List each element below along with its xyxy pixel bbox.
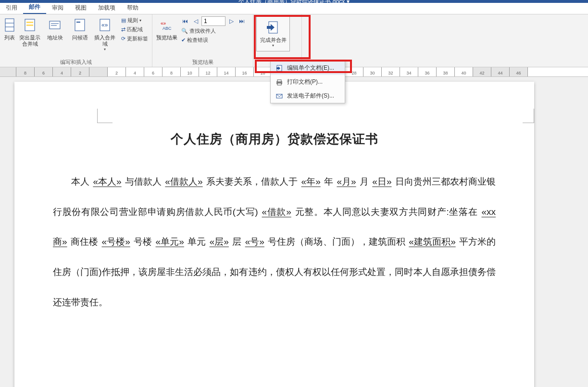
printer-icon — [275, 78, 283, 86]
btn-address-label: 地址块 — [47, 35, 63, 41]
document-title: 个人住房（商用房）贷款偿还保证书 — [53, 131, 496, 148]
svg-text:«»: «» — [161, 21, 166, 26]
svg-rect-9 — [75, 19, 85, 31]
tab-mail[interactable]: 邮件 — [23, 1, 46, 14]
btn-check-errors[interactable]: ✔ 检查错误 — [180, 36, 247, 44]
first-record-button[interactable]: ⏮ — [180, 16, 190, 26]
menu-send-email-label: 发送电子邮件(S)... — [287, 92, 334, 100]
merge-field-number[interactable]: «号» — [244, 237, 265, 247]
edit-doc-icon — [275, 64, 283, 72]
merge-field-self[interactable]: «本人» — [92, 176, 122, 187]
table-icon — [2, 17, 17, 33]
last-record-button[interactable]: ⏭ — [237, 16, 247, 26]
group-preview-label: 预览结果 — [155, 58, 250, 66]
crop-mark-tr — [523, 109, 534, 123]
window-title: 个人住房（商用房）贷款偿还保证书.docx ▾ — [238, 0, 349, 3]
crop-mark-tl — [97, 109, 113, 123]
btn-rules[interactable]: ▤ 规则 ▾ — [120, 16, 149, 25]
merge-field-year[interactable]: «年» — [300, 176, 322, 187]
ribbon-group-preview: «»ABC 预览结果 ⏮ ◁ ▷ ⏭ 🔍 查找收件人 ✔ 检查错 — [152, 14, 253, 67]
merge-field-building[interactable]: «号楼» — [100, 237, 131, 247]
svg-rect-0 — [5, 19, 14, 31]
ribbon-group-finish: 完成并合并 ▾ — [253, 14, 302, 67]
btn-find-recipient[interactable]: 🔍 查找收件人 — [180, 27, 247, 35]
btn-greeting-line[interactable]: 问候语 — [68, 16, 91, 42]
finish-merge-icon — [265, 20, 281, 35]
merge-field-borrower[interactable]: «借款人» — [164, 176, 203, 187]
finish-merge-dropdown: 编辑单个文档(E)... 打印文档(P)... 发送电子邮件(S)... — [270, 61, 345, 103]
menu-print-docs-label: 打印文档(P)... — [287, 78, 323, 86]
ribbon-tabs: 引用 邮件 审阅 视图 加载项 帮助 — [0, 3, 588, 14]
btn-greeting-label: 问候语 — [72, 35, 88, 41]
btn-address-block[interactable]: 地址块 — [43, 16, 66, 42]
svg-rect-6 — [50, 21, 60, 29]
svg-rect-18 — [277, 80, 281, 82]
btn-insert-merge-field[interactable]: «» 插入合并域 ▾ — [93, 16, 116, 53]
merge-field-floor[interactable]: «层» — [209, 237, 230, 247]
preview-icon: «»ABC — [159, 17, 175, 33]
svg-rect-19 — [277, 83, 281, 85]
btn-preview-results[interactable]: «»ABC 预览结果 — [155, 16, 178, 42]
insert-field-icon: «» — [97, 17, 113, 33]
email-icon — [275, 92, 283, 100]
chevron-down-icon: ▾ — [272, 43, 274, 48]
btn-rules-label: 规则 — [127, 17, 138, 24]
tab-view[interactable]: 视图 — [69, 2, 92, 14]
tab-review[interactable]: 审阅 — [46, 2, 69, 14]
rules-icon: ▤ — [121, 17, 126, 24]
btn-highlight-label: 突出显示合并域 — [19, 35, 40, 47]
match-icon: ⇄ — [121, 26, 125, 33]
merge-field-unit[interactable]: «单元» — [155, 237, 185, 247]
merge-field-day[interactable]: «日» — [371, 176, 392, 187]
menu-print-docs[interactable]: 打印文档(P)... — [271, 75, 345, 89]
ribbon-group-write-insert: 列表 突出显示合并域 地址块 问候语 — [0, 14, 152, 67]
chevron-down-icon: ▾ — [139, 18, 141, 23]
highlight-merge-icon — [22, 17, 38, 33]
group-write-insert-label: 编写和插入域 — [3, 58, 149, 66]
document-body[interactable]: 本人 «本人» 与借款人 «借款人» 系夫妻关系，借款人于 «年» 年 «月» … — [53, 167, 496, 317]
tab-help[interactable]: 帮助 — [121, 2, 144, 14]
merge-field-loan[interactable]: «借款» — [261, 207, 292, 217]
merge-field-month[interactable]: «月» — [336, 176, 357, 187]
btn-check-errors-label: 检查错误 — [187, 37, 208, 44]
chevron-down-icon: ▾ — [104, 47, 106, 52]
btn-recipient-table[interactable]: 列表 — [3, 16, 16, 42]
btn-match-label: 匹配域 — [127, 26, 143, 33]
ribbon: 列表 突出显示合并域 地址块 问候语 — [0, 14, 588, 67]
svg-rect-5 — [26, 25, 33, 26]
btn-finish-merge[interactable]: 完成并合并 ▾ — [256, 16, 290, 51]
btn-highlight-merge[interactable]: 突出显示合并域 — [18, 16, 41, 48]
document-canvas[interactable]: 个人住房（商用房）贷款偿还保证书 本人 «本人» 与借款人 «借款人» 系夫妻关… — [0, 77, 588, 387]
btn-match-fields[interactable]: ⇄ 匹配域 — [120, 25, 149, 34]
tab-addins[interactable]: 加载项 — [92, 2, 121, 14]
btn-preview-label: 预览结果 — [156, 35, 177, 41]
document-page[interactable]: 个人住房（商用房）贷款偿还保证书 本人 «本人» 与借款人 «借款人» 系夫妻关… — [14, 82, 534, 387]
merge-field-area[interactable]: «建筑面积» — [408, 237, 456, 247]
btn-find-recipient-label: 查找收件人 — [189, 27, 216, 35]
svg-text:«»: «» — [101, 22, 108, 28]
search-icon: 🔍 — [181, 28, 188, 34]
svg-rect-4 — [26, 22, 33, 23]
address-block-icon — [47, 17, 63, 33]
btn-finish-label: 完成并合并 — [260, 37, 287, 43]
btn-table-label: 列表 — [4, 35, 15, 41]
menu-edit-docs-label: 编辑单个文档(E)... — [287, 64, 334, 72]
menu-edit-individual-docs[interactable]: 编辑单个文档(E)... — [271, 61, 345, 75]
tab-reference[interactable]: 引用 — [0, 2, 23, 14]
next-record-button[interactable]: ▷ — [226, 16, 236, 26]
menu-send-email[interactable]: 发送电子邮件(S)... — [271, 89, 345, 103]
record-number-input[interactable] — [201, 16, 225, 26]
update-icon: ⟳ — [121, 36, 125, 42]
btn-update-labels[interactable]: ⟳ 更新标签 — [120, 35, 149, 43]
check-icon: ✔ — [181, 37, 186, 43]
btn-update-label: 更新标签 — [127, 35, 148, 42]
prev-record-button[interactable]: ◁ — [191, 16, 200, 26]
svg-text:ABC: ABC — [163, 26, 172, 31]
greeting-icon — [72, 17, 88, 33]
btn-insert-field-label: 插入合并域 — [94, 35, 115, 47]
